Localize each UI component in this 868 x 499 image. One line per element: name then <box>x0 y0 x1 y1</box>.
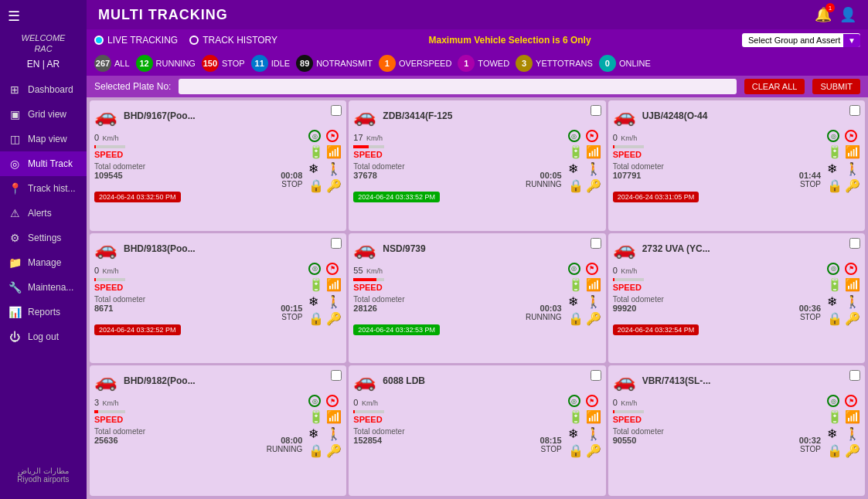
vehicle-checkbox-3[interactable] <box>849 105 860 116</box>
clear-all-button[interactable]: CLEAR ALL <box>744 79 805 94</box>
sidebar-item-grid-view[interactable]: ▣ Grid view <box>0 102 87 127</box>
icon-signal-4: 📶 <box>326 277 342 292</box>
sidebar-item-alerts[interactable]: ⚠ Alerts <box>0 201 87 226</box>
stat-yettotrans[interactable]: 3 YETTOTRANS <box>516 55 593 72</box>
sidebar-logo: مطارات الرياضRiyodh airports <box>8 467 79 484</box>
icon-key-5: 🔑 <box>586 311 601 326</box>
sidebar-item-reports[interactable]: 📊 Reports <box>0 300 87 324</box>
page-title: MULTI TRACKING <box>98 7 228 23</box>
vehicle-checkbox-7[interactable] <box>331 370 342 381</box>
timestamp-5: 2024-06-24 03:32:53 PM <box>353 324 440 335</box>
card-stats-9: Total odometer 90550 00:32 STOP <box>613 427 821 453</box>
vehicle-checkbox-6[interactable] <box>849 238 860 249</box>
card-left-8: 0 Km/h SPEED Total odometer 152854 08:15… <box>353 395 561 453</box>
plate-input[interactable] <box>179 79 736 94</box>
stat-label-idle: IDLE <box>271 59 290 68</box>
sidebar-item-settings[interactable]: ⚙ Settings <box>0 226 87 250</box>
stat-notransmit[interactable]: 89 NOTRANSMIT <box>296 55 373 72</box>
card-icons-3: ◎ ⚑ 🔋 📶 ❄ 🚶 🔒 🔑 <box>827 130 860 193</box>
icon-battery-6: 🔋 <box>827 277 842 292</box>
stats-bar: 267 ALL 12 RUNNING 150 STOP 11 IDLE 89 N… <box>87 51 868 76</box>
speed-bar-5 <box>353 278 384 281</box>
stat-idle[interactable]: 11 IDLE <box>251 55 290 72</box>
duration-7: 08:00 <box>281 436 302 445</box>
sidebar-label-settings: Settings <box>28 233 61 243</box>
vehicle-checkbox-8[interactable] <box>591 370 601 381</box>
lang-en[interactable]: EN <box>27 59 40 70</box>
card-body-5: 55 Km/h SPEED Total odometer 28126 00:03… <box>353 263 601 335</box>
icon-lock-8: 🔒 <box>568 443 584 458</box>
speed-bar-1 <box>94 145 125 148</box>
group-select[interactable]: Select Group and Assert <box>742 33 860 47</box>
icon-signal-8: 📶 <box>586 409 601 424</box>
icon-lock-3: 🔒 <box>827 178 842 193</box>
sidebar-item-maintenance[interactable]: 🔧 Maintena... <box>0 275 87 300</box>
speed-9: 0 Km/h <box>613 395 821 409</box>
sidebar-label-logout: Log out <box>28 331 59 342</box>
odometer-8: 152854 <box>353 436 382 453</box>
card-header-9: 🚗 VBR/7413(SL-... <box>613 370 860 392</box>
card-stats-3: Total odometer 107791 01:44 STOP <box>613 162 821 188</box>
sidebar-item-manage[interactable]: 📁 Manage <box>0 250 87 275</box>
icon-lock-9: 🔒 <box>827 443 842 458</box>
settings-icon: ⚙ <box>8 232 22 244</box>
vehicle-card-4: 🚗 BHD/9183(Poo... 0 Km/h SPEED Total odo… <box>90 233 346 364</box>
stat-badge-yettotrans: 3 <box>516 55 533 72</box>
speed-2: 17 Km/h <box>353 130 561 144</box>
user-profile[interactable]: 👤 <box>839 6 856 23</box>
icon-person-9: 🚶 <box>845 426 860 441</box>
icon-person-2: 🚶 <box>586 161 601 176</box>
stat-all[interactable]: 267 ALL <box>94 55 130 72</box>
lang-ar[interactable]: AR <box>47 59 60 70</box>
submit-button[interactable]: SUBMIT <box>812 79 860 94</box>
sidebar-item-dashboard[interactable]: ⊞ Dashboard <box>0 77 87 102</box>
header-icons: 🔔 1 👤 <box>815 6 856 23</box>
icon-battery-3: 🔋 <box>827 144 842 159</box>
card-icons-9: ◎ ⚑ 🔋 📶 ❄ 🚶 🔒 🔑 <box>827 395 860 458</box>
vehicle-checkbox-4[interactable] <box>331 238 342 249</box>
hamburger-button[interactable]: ☰ <box>0 8 28 32</box>
sidebar-label-alerts: Alerts <box>28 208 52 219</box>
sidebar-item-track-hist[interactable]: 📍 Track hist... <box>0 176 87 201</box>
track-history-option[interactable]: TRACK HISTORY <box>189 35 277 46</box>
vehicle-checkbox-9[interactable] <box>849 370 860 381</box>
icon-flag-7: ⚑ <box>326 395 339 407</box>
status-6: STOP <box>800 313 821 321</box>
sidebar-item-logout[interactable]: ⏻ Log out <box>0 324 87 349</box>
card-body-3: 0 Km/h SPEED Total odometer 107791 01:44… <box>613 130 860 202</box>
card-header-1: 🚗 BHD/9167(Poo... <box>94 105 342 127</box>
card-left-5: 55 Km/h SPEED Total odometer 28126 00:03… <box>353 263 561 335</box>
sidebar-item-map-view[interactable]: ◫ Map view <box>0 127 87 151</box>
status-7: RUNNING <box>267 445 303 453</box>
stat-badge-stop: 150 <box>202 55 219 72</box>
icon-gps-5: ◎ <box>568 263 580 275</box>
car-name-1: BHD/9167(Poo... <box>124 110 196 121</box>
vehicle-checkbox-5[interactable] <box>591 238 601 249</box>
icon-signal-2: 📶 <box>586 144 601 159</box>
icon-person-8: 🚶 <box>586 426 601 441</box>
stat-running[interactable]: 12 RUNNING <box>136 55 196 72</box>
card-body-9: 0 Km/h SPEED Total odometer 90550 00:32 … <box>613 395 860 458</box>
vehicle-checkbox-2[interactable] <box>591 105 601 116</box>
icon-person-4: 🚶 <box>326 294 342 309</box>
card-left-4: 0 Km/h SPEED Total odometer 8671 00:15 S… <box>94 263 302 335</box>
duration-1: 00:08 <box>281 171 302 180</box>
live-tracking-option[interactable]: LIVE TRACKING <box>94 35 178 46</box>
icon-lock-5: 🔒 <box>568 311 584 326</box>
stat-label-yettotrans: YETTOTRANS <box>536 59 593 68</box>
card-body-1: 0 Km/h SPEED Total odometer 109545 00:08… <box>94 130 342 202</box>
icon-lock-2: 🔒 <box>568 178 584 193</box>
stat-towed[interactable]: 1 TOWED <box>458 55 509 72</box>
icon-lock-1: 🔒 <box>308 178 324 193</box>
stat-online[interactable]: 0 ONLINE <box>599 55 651 72</box>
icon-gps-8: ◎ <box>568 395 580 407</box>
icon-flag-5: ⚑ <box>586 263 598 275</box>
stat-overspeed[interactable]: 1 OVERSPEED <box>379 55 451 72</box>
vehicle-checkbox-1[interactable] <box>331 105 342 116</box>
stat-stop[interactable]: 150 STOP <box>202 55 245 72</box>
card-stats-8: Total odometer 152854 08:15 STOP <box>353 427 561 453</box>
icon-ac-7: ❄ <box>308 426 324 441</box>
notification-bell[interactable]: 🔔 1 <box>815 6 832 23</box>
card-left-9: 0 Km/h SPEED Total odometer 90550 00:32 … <box>613 395 821 453</box>
sidebar-item-multi-track[interactable]: ◎ Multi Track <box>0 151 87 176</box>
